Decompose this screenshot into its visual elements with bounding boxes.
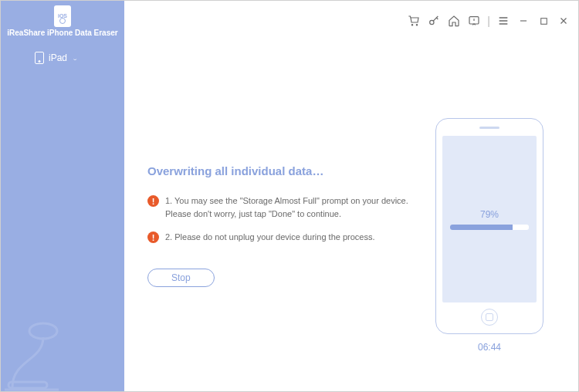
- close-icon[interactable]: [557, 14, 571, 28]
- warning-text: 2. Please do not unplug your device duri…: [165, 231, 375, 244]
- sidebar: iPad ⌄: [1, 41, 124, 391]
- progress-bar: [450, 225, 529, 230]
- key-icon[interactable]: [427, 14, 441, 28]
- stop-button[interactable]: Stop: [147, 269, 215, 287]
- svg-point-1: [417, 25, 418, 25]
- elapsed-time: 06:44: [478, 342, 501, 353]
- chevron-down-icon: ⌄: [72, 56, 78, 61]
- device-home-button-icon: [481, 309, 498, 326]
- svg-point-0: [412, 25, 413, 25]
- titlebar-controls: |: [124, 1, 578, 41]
- minimize-icon[interactable]: [516, 14, 530, 28]
- device-label: iPad: [49, 52, 67, 63]
- device-frame: 79%: [435, 118, 543, 334]
- titlebar: iOS iReaShare iPhone Data Eraser |: [1, 1, 578, 41]
- app-title: iReaShare iPhone Data Eraser: [7, 29, 117, 37]
- device-icon: [35, 52, 44, 64]
- cart-icon[interactable]: [407, 14, 421, 28]
- progress-bar-fill: [450, 225, 513, 230]
- device-preview-column: 79% 06:44: [424, 118, 555, 376]
- svg-rect-6: [8, 382, 47, 388]
- progress-percent: 79%: [480, 209, 499, 220]
- home-icon[interactable]: [447, 14, 461, 28]
- app-logo-icon: iOS: [54, 5, 71, 27]
- maximize-icon[interactable]: [537, 14, 550, 28]
- device-earpiece: [479, 127, 499, 129]
- warning-icon: !: [147, 231, 159, 243]
- menu-icon[interactable]: [496, 14, 510, 28]
- svg-point-5: [29, 323, 57, 339]
- warning-icon: !: [147, 195, 159, 207]
- content: Overwriting all individual data… ! 1. Yo…: [124, 41, 578, 391]
- main-column: Overwriting all individual data… ! 1. Yo…: [147, 118, 408, 376]
- sidebar-decoration-icon: [1, 299, 124, 391]
- device-screen: 79%: [442, 136, 537, 302]
- feedback-icon[interactable]: [467, 14, 481, 28]
- status-heading: Overwriting all individual data…: [147, 164, 408, 177]
- warning-text: 1. You may see the "Storage Almost Full"…: [165, 194, 408, 220]
- app-brand: iOS iReaShare iPhone Data Eraser: [1, 1, 124, 41]
- warning-row: ! 2. Please do not unplug your device du…: [147, 231, 408, 244]
- svg-rect-4: [540, 18, 547, 24]
- device-selector[interactable]: iPad ⌄: [1, 41, 124, 75]
- separator: |: [487, 15, 490, 27]
- warning-row: ! 1. You may see the "Storage Almost Ful…: [147, 194, 408, 220]
